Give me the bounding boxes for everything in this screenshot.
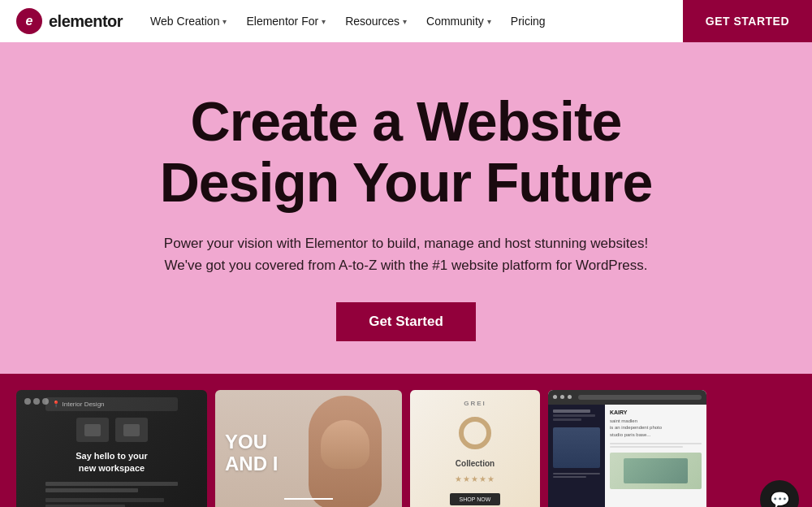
chevron-down-icon: ▾ [403, 17, 407, 26]
logo-text: elementor [49, 12, 123, 31]
template-card-saint-madlen[interactable]: KAIRY saint madlenis an independent phot… [548, 390, 706, 507]
card3-shop-button[interactable]: SHOP NOW [450, 493, 501, 505]
nav-item-community[interactable]: Community ▾ [418, 10, 499, 32]
card1-headline: Say hello to yournew workspace [76, 450, 148, 475]
template-card-office[interactable]: 📍 Interior Design Say hello to yournew w… [16, 390, 207, 507]
card3-ring-icon [459, 417, 491, 449]
showcase-section: 📍 Interior Design Say hello to yournew w… [0, 374, 812, 507]
card4-browser-bar [548, 390, 706, 405]
nav-item-elementor-for[interactable]: Elementor For ▾ [238, 10, 334, 32]
star-rating-icon: ★★★★★ [455, 474, 495, 483]
hero-subtitle: Power your vision with Elementor to buil… [162, 232, 650, 276]
showcase-cards: 📍 Interior Design Say hello to yournew w… [16, 390, 796, 507]
template-card-portrait[interactable]: YOUAND I [215, 390, 402, 507]
card3-product: Collection [456, 459, 495, 468]
card4-content: KAIRY saint madlenis an independent phot… [548, 405, 706, 507]
nav-item-resources[interactable]: Resources ▾ [337, 10, 415, 32]
get-started-button[interactable]: GET STARTED [683, 0, 812, 42]
nav-item-web-creation[interactable]: Web Creation ▾ [142, 10, 235, 32]
chevron-down-icon: ▾ [487, 17, 491, 26]
chevron-down-icon: ▾ [322, 17, 326, 26]
logo-link[interactable]: e elementor [16, 8, 123, 34]
card3-brand: GREI [464, 400, 486, 407]
chat-icon: 💬 [770, 490, 790, 507]
template-card-jewelry[interactable]: GREI Collection ★★★★★ SHOP NOW [410, 390, 540, 507]
hero-cta-button[interactable]: Get Started [336, 302, 476, 341]
chevron-down-icon: ▾ [222, 17, 227, 26]
card2-headline: YOUAND I [225, 431, 278, 474]
hero-title: Create a Website Design Your Future [16, 91, 796, 213]
nav-links: Web Creation ▾ Elementor For ▾ Resources… [142, 10, 738, 32]
logo-icon: e [16, 8, 42, 34]
navbar: e elementor Web Creation ▾ Elementor For… [0, 0, 812, 42]
nav-item-pricing[interactable]: Pricing [503, 10, 554, 32]
nav-right: LOGIN GET STARTED [738, 10, 796, 32]
hero-section: Create a Website Design Your Future Powe… [0, 42, 812, 374]
